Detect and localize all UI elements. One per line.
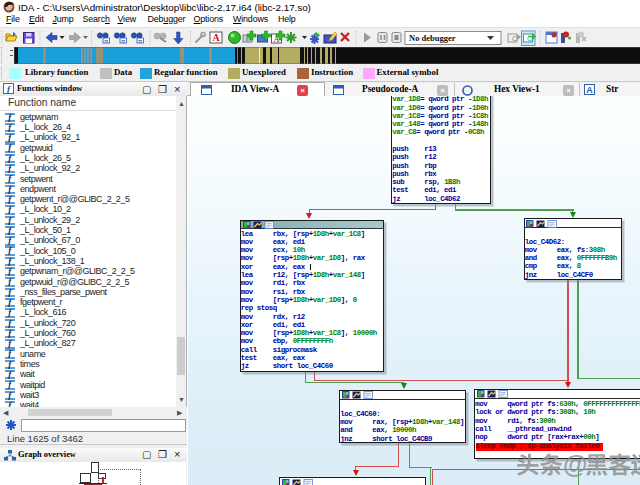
svg-text:A: A <box>212 32 220 43</box>
svg-text:@: @ <box>563 450 587 478</box>
svg-text:No debugger: No debugger <box>409 33 456 43</box>
svg-text:C: C <box>512 35 517 42</box>
